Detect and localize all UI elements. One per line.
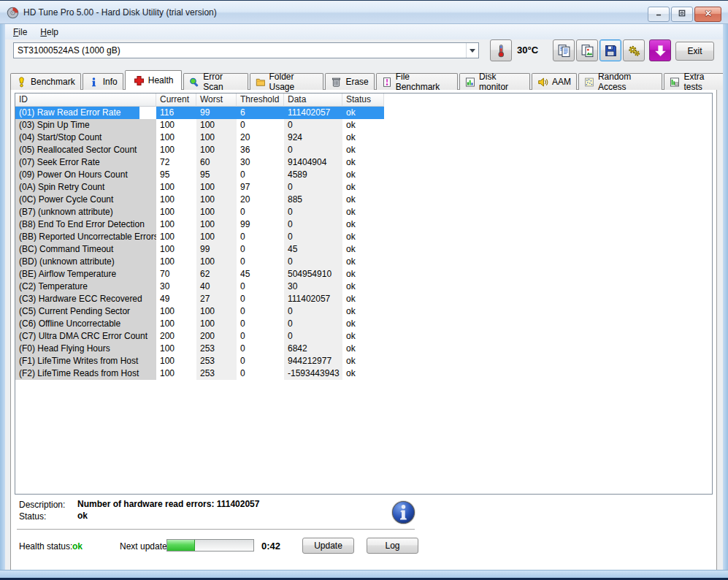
worst-value: 100 <box>196 194 237 206</box>
column-header-threshold[interactable]: Threshold <box>237 94 284 107</box>
options-button[interactable] <box>623 39 645 61</box>
column-header-worst[interactable]: Worst <box>196 94 237 107</box>
file-benchmark-icon <box>382 77 392 88</box>
table-row[interactable]: (B8) End To End Error Detection100100990… <box>15 218 712 231</box>
menu-help[interactable]: Help <box>34 26 65 39</box>
current-value: 100 <box>156 206 196 218</box>
exit-button[interactable]: Exit <box>675 42 714 61</box>
attribute-id: (F2) LifeTime Reads from Host <box>15 367 156 380</box>
table-row[interactable]: (F1) LifeTime Writes from Host1002530944… <box>15 355 712 367</box>
threshold-value: 0 <box>237 305 284 318</box>
tab-random-access[interactable]: Random Access <box>578 73 663 90</box>
column-header-status[interactable]: Status <box>342 94 384 107</box>
data-value: 45 <box>284 243 342 256</box>
data-value: -1593443943 <box>284 367 342 380</box>
folder-icon <box>256 77 266 88</box>
table-row[interactable]: (C7) Ultra DMA CRC Error Count20020000ok <box>15 330 712 343</box>
threshold-value: 6 <box>237 107 284 119</box>
status-value: ok <box>342 305 384 318</box>
drive-select-dropdown[interactable]: ST31000524AS (1000 gB) <box>13 42 479 58</box>
table-row[interactable]: (BB) Reported Uncorrectable Errors100100… <box>15 231 712 243</box>
temperature-button[interactable] <box>490 39 512 61</box>
tab-folder-usage[interactable]: Folder Usage <box>250 73 324 90</box>
table-row[interactable]: (C6) Offline Uncorrectable10010000ok <box>15 318 712 330</box>
current-value: 100 <box>156 318 196 330</box>
info-icon[interactable] <box>391 500 416 525</box>
table-row[interactable]: (C5) Current Pending Sector10010000ok <box>15 305 712 318</box>
threshold-value: 0 <box>237 256 284 268</box>
copy-text-icon <box>557 44 571 58</box>
current-value: 95 <box>156 169 196 181</box>
table-row[interactable]: (04) Start/Stop Count10010020924ok <box>15 131 712 144</box>
attribute-id: (0C) Power Cycle Count <box>15 194 156 206</box>
status-value: ok <box>342 243 384 256</box>
column-header-id[interactable]: ID <box>15 94 156 107</box>
table-row[interactable]: (C3) Hardware ECC Recovered4927011140205… <box>15 293 712 305</box>
tab-disk-monitor[interactable]: Disk monitor <box>459 73 530 90</box>
save-button[interactable] <box>599 39 621 61</box>
table-row[interactable]: (0A) Spin Retry Count100100970ok <box>15 181 712 194</box>
tab-info[interactable]: Info <box>83 73 123 90</box>
tab-erase[interactable]: Erase <box>325 73 374 90</box>
close-button[interactable] <box>694 7 721 22</box>
threshold-value: 30 <box>237 156 284 169</box>
current-value: 116 <box>156 107 196 119</box>
tab-extra-tests[interactable]: Extra tests <box>664 73 728 90</box>
table-row[interactable]: (05) Reallocated Sector Count100100360ok <box>15 144 712 156</box>
log-button[interactable]: Log <box>367 538 418 554</box>
column-header-current[interactable]: Current <box>156 94 196 107</box>
table-row[interactable]: (C2) Temperature3040030ok <box>15 281 712 293</box>
worst-value: 100 <box>196 218 237 231</box>
tab-benchmark[interactable]: Benchmark <box>10 73 81 90</box>
tab-aam[interactable]: AAM <box>532 73 577 90</box>
info-icon <box>88 77 99 88</box>
table-row[interactable]: (09) Power On Hours Count959504589ok <box>15 169 712 181</box>
update-button[interactable]: Update <box>302 538 354 554</box>
worst-value: 27 <box>196 293 237 305</box>
table-row[interactable]: (F0) Head Flying Hours10025306842ok <box>15 343 712 355</box>
table-row[interactable]: (01) Raw Read Error Rate116996111402057o… <box>15 107 712 119</box>
copy-image-button[interactable] <box>576 39 598 61</box>
worst-value: 100 <box>196 256 237 268</box>
table-row[interactable]: (F2) LifeTime Reads from Host1002530-159… <box>15 367 712 380</box>
copy-text-button[interactable] <box>553 39 575 61</box>
description-value: Number of hardware read errors: 11140205… <box>77 499 259 509</box>
worst-value: 100 <box>196 318 237 330</box>
attribute-id: (B7) (unknown attribute) <box>15 206 156 218</box>
menu-file[interactable]: File <box>7 26 34 39</box>
minimize-button[interactable] <box>648 7 670 22</box>
current-value: 30 <box>156 281 196 293</box>
maximize-button[interactable] <box>671 7 693 22</box>
thermometer-icon <box>494 44 508 58</box>
table-row[interactable]: (BE) Airflow Temperature706245504954910o… <box>15 268 712 281</box>
tab-file-benchmark[interactable]: File Benchmark <box>376 73 458 90</box>
worst-value: 100 <box>196 131 237 144</box>
capture-button[interactable] <box>649 39 671 61</box>
table-row[interactable]: (03) Spin Up Time10010000ok <box>15 119 712 131</box>
data-value: 6842 <box>284 343 342 355</box>
table-row[interactable]: (BD) (unknown attribute)10010000ok <box>15 256 712 268</box>
worst-value: 100 <box>196 206 237 218</box>
threshold-value: 0 <box>237 231 284 243</box>
attribute-id: (C6) Offline Uncorrectable <box>15 318 156 330</box>
chevron-down-icon[interactable] <box>466 43 478 58</box>
health-tab-page: IDCurrentWorstThresholdDataStatus (01) R… <box>10 89 717 571</box>
attribute-id: (04) Start/Stop Count <box>15 131 156 144</box>
health-icon <box>134 75 145 86</box>
column-header-data[interactable]: Data <box>284 94 342 107</box>
status-value: ok <box>342 169 384 181</box>
tab-health[interactable]: Health <box>125 70 183 90</box>
table-row[interactable]: (BC) Command Timeout10099045ok <box>15 243 712 256</box>
extra-tests-icon <box>670 77 680 88</box>
hdtune-window: HD Tune Pro 5.00 - Hard Disk Utility (tr… <box>0 0 728 580</box>
next-update-progressbar <box>166 539 254 552</box>
attribute-id: (BD) (unknown attribute) <box>15 256 156 268</box>
tab-error-scan[interactable]: Error Scan <box>183 73 248 90</box>
data-value: 30 <box>284 281 342 293</box>
current-value: 100 <box>156 243 196 256</box>
table-row[interactable]: (B7) (unknown attribute)10010000ok <box>15 206 712 218</box>
table-row[interactable]: (0C) Power Cycle Count10010020885ok <box>15 194 712 206</box>
threshold-value: 0 <box>237 169 284 181</box>
tab-bar: BenchmarkInfoHealthError ScanFolder Usag… <box>10 70 728 90</box>
table-row[interactable]: (07) Seek Error Rate72603091404904ok <box>15 156 712 169</box>
